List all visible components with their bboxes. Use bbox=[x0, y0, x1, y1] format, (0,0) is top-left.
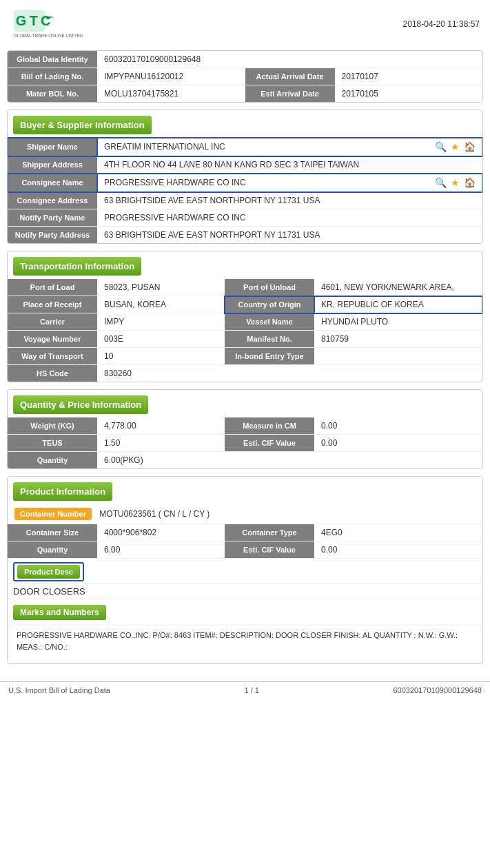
container-number-value: MOTU0623561 ( CN / L / CY ) bbox=[99, 509, 210, 519]
port-of-load-value: 58023, PUSAN bbox=[97, 279, 225, 296]
buyer-supplier-header: Buyer & Supplier Information bbox=[13, 116, 152, 134]
weight-kg-value: 4,778.00 bbox=[97, 417, 225, 435]
footer: U.S. Import Bill of Lading Data 1 / 1 60… bbox=[0, 681, 490, 699]
carrier-value: IMPY bbox=[97, 313, 225, 331]
weight-row: Weight (KG) 4,778.00 Measure in CM 0.00 bbox=[8, 417, 482, 435]
notify-party-address-row: Notify Party Address 63 BRIGHTSIDE AVE E… bbox=[8, 227, 482, 244]
place-of-receipt-row: Place of Receipt BUSAN, KOREA Country of… bbox=[8, 296, 482, 313]
place-of-receipt-value: BUSAN, KOREA bbox=[97, 296, 225, 313]
place-of-receipt-label: Place of Receipt bbox=[8, 296, 97, 313]
consignee-name-text: PROGRESSIVE HARDWARE CO INC bbox=[104, 178, 246, 187]
measure-in-cm-label: Measure in CM bbox=[225, 417, 314, 435]
consignee-home-icon[interactable]: 🏠 bbox=[464, 177, 476, 188]
teus-label: TEUS bbox=[8, 435, 97, 452]
shipper-name-value: GREATIM INTERNATIONAL INC 🔍 ★ 🏠 bbox=[97, 138, 482, 156]
bill-of-lading-value: IMPYPANU16120012 bbox=[97, 68, 245, 85]
quantity-price-table: Weight (KG) 4,778.00 Measure in CM 0.00 … bbox=[8, 417, 482, 468]
weight-kg-label: Weight (KG) bbox=[8, 417, 97, 435]
container-number-row: Container Number MOTU0623561 ( CN / L / … bbox=[8, 504, 482, 524]
consignee-address-row: Consignee Address 63 BRIGHTSIDE AVE EAST… bbox=[8, 192, 482, 209]
product-quantity-label: Quantity bbox=[8, 541, 97, 559]
shipper-name-text: GREATIM INTERNATIONAL INC bbox=[104, 142, 225, 152]
product-desc-value: DOOR CLOSERS bbox=[13, 586, 85, 597]
voyage-number-value: 003E bbox=[97, 331, 225, 348]
container-size-label: Container Size bbox=[8, 524, 97, 541]
vessel-name-value: HYUNDAI PLUTO bbox=[314, 313, 482, 331]
footer-center: 1 / 1 bbox=[245, 686, 259, 694]
consignee-address-label: Consignee Address bbox=[8, 192, 97, 209]
esti-cif-value-value: 0.00 bbox=[314, 435, 482, 452]
notify-party-address-label: Notify Party Address bbox=[8, 227, 97, 244]
product-info-card: Product Information Container Number MOT… bbox=[7, 476, 483, 664]
inbond-entry-type-label: In-bond Entry Type bbox=[225, 348, 314, 365]
esti-arrival-date-value: 20170105 bbox=[335, 85, 483, 102]
bol-row: Bill of Lading No. IMPYPANU16120012 Actu… bbox=[8, 68, 482, 85]
container-size-value: 4000*906*802 bbox=[97, 524, 225, 541]
mater-bol-value: MOLU13704175821 bbox=[97, 85, 245, 102]
consignee-search-icon[interactable]: 🔍 bbox=[435, 177, 447, 188]
timestamp: 2018-04-20 11:38:57 bbox=[403, 19, 480, 29]
transportation-card: Transportation Information Port of Load … bbox=[7, 251, 483, 382]
page-wrapper: G T C GLOBAL TRADE ONLINE LIMITED 2018-0… bbox=[0, 0, 490, 868]
port-of-unload-label: Port of Unload bbox=[225, 279, 314, 296]
logo-area: G T C GLOBAL TRADE ONLINE LIMITED bbox=[10, 7, 86, 41]
carrier-label: Carrier bbox=[8, 313, 97, 331]
svg-text:T: T bbox=[30, 13, 38, 28]
container-type-label: Container Type bbox=[225, 524, 314, 541]
product-desc-value-cell: DOOR CLOSERS bbox=[8, 584, 482, 599]
product-desc-box: Product Desc bbox=[13, 562, 84, 581]
notify-party-address-value: 63 BRIGHTSIDE AVE EAST NORTHPORT NY 1173… bbox=[97, 227, 482, 244]
esti-arrival-date-label: Esti Arrival Date bbox=[245, 85, 335, 102]
shipper-search-icon[interactable]: 🔍 bbox=[435, 141, 447, 152]
buyer-supplier-card: Buyer & Supplier Information Shipper Nam… bbox=[7, 110, 483, 244]
product-desc-label: Product Desc bbox=[17, 565, 80, 579]
marks-numbers-cell: Marks and Numbers bbox=[8, 599, 482, 626]
buyer-supplier-table: Shipper Name GREATIM INTERNATIONAL INC 🔍… bbox=[8, 138, 482, 243]
container-type-value: 4EG0 bbox=[314, 524, 482, 541]
marks-numbers-row: Marks and Numbers bbox=[8, 599, 482, 626]
marks-numbers-value-cell: PROGRESSIVE HARDWARE CO.,INC. P/O#: 8463… bbox=[8, 626, 482, 664]
esti-cif-value-label: Esti. CIF Value bbox=[225, 435, 314, 452]
hs-code-label: HS Code bbox=[8, 365, 97, 382]
company-logo: G T C GLOBAL TRADE ONLINE LIMITED bbox=[10, 7, 86, 41]
marks-and-numbers-value: PROGRESSIVE HARDWARE CO.,INC. P/O#: 8463… bbox=[13, 628, 477, 658]
manifest-no-label: Manifest No. bbox=[225, 331, 314, 348]
shipper-star-icon[interactable]: ★ bbox=[451, 141, 460, 152]
way-of-transport-row: Way of Transport 10 In-bond Entry Type bbox=[8, 348, 482, 365]
way-of-transport-value: 10 bbox=[97, 348, 225, 365]
bill-of-lading-label: Bill of Lading No. bbox=[8, 68, 97, 85]
shipper-home-icon[interactable]: 🏠 bbox=[464, 141, 476, 152]
product-quantity-row: Quantity 6.00 Esti. CIF Value 0.00 bbox=[8, 541, 482, 559]
country-of-origin-label: Country of Origin bbox=[225, 296, 314, 313]
actual-arrival-date-value: 20170107 bbox=[335, 68, 483, 85]
consignee-name-row: Consignee Name PROGRESSIVE HARDWARE CO I… bbox=[8, 174, 482, 192]
product-esti-cif-value: 0.00 bbox=[314, 541, 482, 559]
footer-left: U.S. Import Bill of Lading Data bbox=[8, 686, 110, 694]
product-info-table: Container Number MOTU0623561 ( CN / L / … bbox=[8, 504, 482, 663]
transportation-table: Port of Load 58023, PUSAN Port of Unload… bbox=[8, 279, 482, 382]
notify-party-name-label: Notify Party Name bbox=[8, 209, 97, 227]
consignee-name-label: Consignee Name bbox=[8, 174, 97, 192]
main-content: Global Data Identity 6003201701090001296… bbox=[0, 47, 490, 678]
container-size-row: Container Size 4000*906*802 Container Ty… bbox=[8, 524, 482, 541]
measure-in-cm-value: 0.00 bbox=[314, 417, 482, 435]
consignee-star-icon[interactable]: ★ bbox=[451, 177, 460, 188]
footer-right: 600320170109000129648 bbox=[394, 686, 482, 694]
product-quantity-value: 6.00 bbox=[97, 541, 225, 559]
product-info-header: Product Information bbox=[13, 482, 112, 501]
transportation-header: Transportation Information bbox=[13, 257, 141, 276]
marks-and-numbers-label: Marks and Numbers bbox=[13, 605, 106, 620]
global-data-row: Global Data Identity 6003201701090001296… bbox=[8, 51, 482, 68]
header: G T C GLOBAL TRADE ONLINE LIMITED 2018-0… bbox=[0, 0, 490, 47]
global-data-identity-label: Global Data Identity bbox=[8, 51, 97, 68]
shipper-name-row: Shipper Name GREATIM INTERNATIONAL INC 🔍… bbox=[8, 138, 482, 156]
mater-bol-row: Mater BOL No. MOLU13704175821 Esti Arriv… bbox=[8, 85, 482, 102]
marks-numbers-value-row: PROGRESSIVE HARDWARE CO.,INC. P/O#: 8463… bbox=[8, 626, 482, 664]
country-of-origin-value: KR, REPUBLIC OF KOREA bbox=[314, 296, 482, 313]
svg-text:G: G bbox=[16, 13, 27, 28]
product-esti-cif-label: Esti. CIF Value bbox=[225, 541, 314, 559]
consignee-address-value: 63 BRIGHTSIDE AVE EAST NORTHPORT NY 1173… bbox=[97, 192, 482, 209]
quantity-value: 6.00(PKG) bbox=[97, 452, 482, 469]
carrier-row: Carrier IMPY Vessel Name HYUNDAI PLUTO bbox=[8, 313, 482, 331]
shipper-address-value: 4TH FLOOR NO 44 LANE 80 NAN KANG RD SEC … bbox=[97, 156, 482, 174]
